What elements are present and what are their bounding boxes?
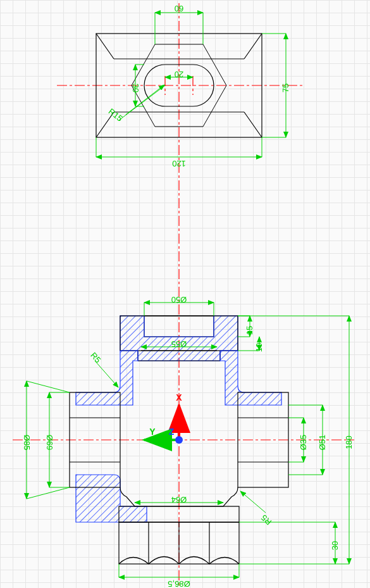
dim-slot-20-label: 20 [175,70,183,79]
ucs-z-origin [175,436,183,444]
top-view: 60 120 75 30 20 R15 [57,4,304,168]
dim-180-label: 180 [344,435,354,449]
section-view: Ø50 Ø55 15 10 R5 R5 Ø85 Ø69 Ø35 [13,295,354,588]
drawing-canvas: 60 120 75 30 20 R15 [0,0,370,588]
left-arm [70,392,120,487]
dim-r5-b-label: R5 [259,513,273,527]
dim-hex-60-label: 60 [175,4,183,13]
dim-r5-a-label: R5 [89,351,102,365]
dim-height-75-label: 75 [281,84,290,92]
left-upper-hatch [76,351,138,405]
dim-r5-b [240,491,266,513]
ucs-x-label: X [176,392,182,403]
ucs-icon: X Y Z [144,392,183,444]
dim-dia69-label: Ø69 [45,435,54,451]
dim-r15-label: R15 [107,106,125,123]
right-upper-hatch [220,351,281,405]
dim-dia86-label: Ø86,5 [168,579,190,588]
svg-line-31 [27,381,70,392]
dim-30-label: 30 [330,541,340,550]
dim-dia85-label: Ø85 [22,435,32,451]
dim-dia55-label: Ø55 [171,339,187,349]
ucs-y-label: Y [149,427,156,437]
dim-15-label: 15 [245,326,254,335]
dim-10-label: 10 [254,343,264,352]
dim-dia35-label: Ø35 [299,435,308,451]
dim-r5-a [95,361,118,387]
dim-dia64-label: Ø64 [171,495,187,504]
dim-slot-30-label: 30 [131,84,140,92]
dim-width-120-label: 120 [172,159,186,168]
dim-dia50-label: Ø50 [171,295,187,304]
ucs-z-label: Z [169,427,175,437]
dim-dia51-label: Ø51 [318,435,327,451]
svg-line-13 [119,85,165,120]
svg-line-32 [27,487,70,499]
